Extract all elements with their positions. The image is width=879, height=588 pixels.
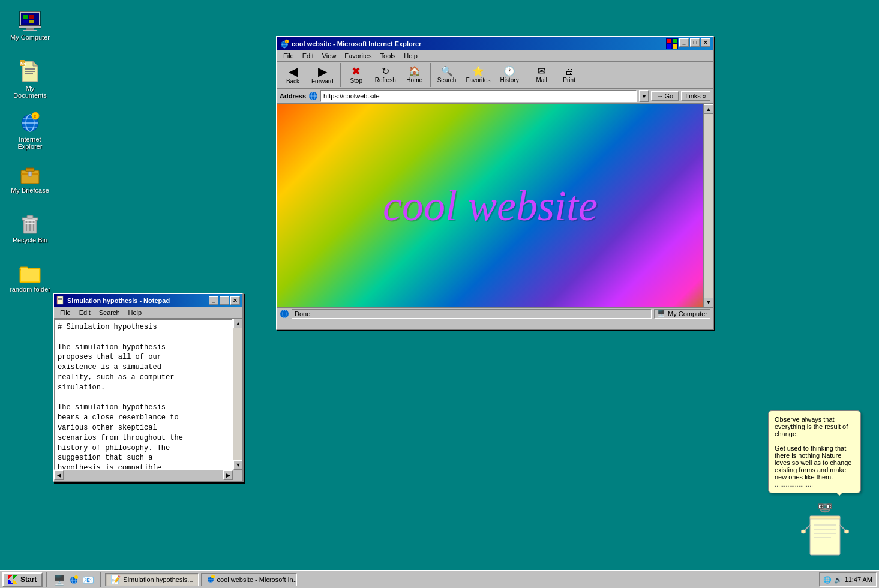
ie-menu-help[interactable]: Help — [400, 52, 421, 60]
ie-minimize-button[interactable]: _ — [679, 38, 689, 47]
desktop-icon-my-briefcase[interactable]: My Briefcase — [6, 159, 54, 196]
svg-rect-14 — [25, 73, 33, 74]
ie-back-button[interactable]: ◀ Back — [280, 64, 306, 86]
notepad-hscrollbar-row: ◀ ▶ — [54, 470, 242, 479]
clippy-text: Observe always that everything is the re… — [775, 416, 851, 481]
ie-go-button[interactable]: → Go — [651, 91, 679, 101]
svg-point-77 — [801, 530, 806, 533]
notepad-menu-edit[interactable]: Edit — [76, 308, 94, 317]
ie-links-button[interactable]: Links » — [681, 91, 710, 101]
ie-title-text: cool website - Microsoft Internet Explor… — [292, 40, 421, 47]
ie-titlebar[interactable]: e cool website - Microsoft Internet Expl… — [277, 37, 713, 50]
systray-network-icon: 🌐 — [823, 576, 832, 584]
ie-address-label: Address — [280, 92, 306, 100]
svg-rect-6 — [23, 15, 28, 19]
svg-rect-26 — [27, 168, 33, 169]
ie-print-button[interactable]: 🖨 Print — [556, 65, 583, 85]
task-ie-icon — [206, 575, 215, 585]
notepad-menubar: File Edit Search Help — [54, 307, 242, 319]
taskbar-ql-outlook[interactable]: 📧 — [82, 574, 94, 586]
svg-rect-60 — [57, 296, 58, 304]
systray-time: 11:47 AM — [845, 576, 872, 583]
ie-logo — [666, 38, 678, 49]
svg-point-53 — [280, 310, 289, 318]
svg-marker-11 — [33, 61, 38, 66]
ie-content-text: cool website — [383, 181, 598, 231]
ie-home-button[interactable]: 🏠 Home — [401, 65, 428, 85]
ie-menu-favorites[interactable]: Favorites — [341, 52, 375, 60]
clippy-figure — [801, 498, 861, 558]
ie-toolbar: ◀ Back ▶ Forward ✖ Stop ↻ Refresh 🏠 Home… — [277, 62, 713, 89]
ie-search-button[interactable]: 🔍 Search — [433, 65, 461, 85]
clippy-speech-bubble: Observe always that everything is the re… — [768, 410, 861, 493]
notepad-text-area[interactable]: # Simulation hypothesis The simulation h… — [54, 319, 233, 470]
svg-rect-7 — [29, 15, 34, 19]
ie-menu-view[interactable]: View — [319, 52, 340, 60]
clippy-image — [801, 498, 849, 558]
ie-scroll-track[interactable] — [704, 114, 713, 298]
ie-address-dropdown[interactable]: ▼ — [639, 90, 649, 102]
svg-rect-36 — [25, 223, 35, 224]
notepad-vscrollbar: ▲ ▼ — [233, 319, 242, 470]
svg-point-72 — [829, 505, 831, 508]
notepad-maximize-button[interactable]: □ — [220, 296, 229, 305]
ie-stop-button[interactable]: ✖ Stop — [343, 64, 370, 86]
desktop-icon-recycle-bin[interactable]: Recycle Bin — [6, 209, 54, 246]
svg-rect-58 — [58, 301, 62, 301]
ie-status-text-area: Done — [292, 309, 652, 319]
ie-history-button[interactable]: 🕐 History — [496, 65, 523, 85]
start-button[interactable]: Start — [2, 572, 43, 587]
notepad-menu-file[interactable]: File — [56, 308, 74, 317]
notepad-minimize-button[interactable]: _ — [209, 296, 218, 305]
desktop-icon-my-computer[interactable]: My Computer — [6, 6, 54, 43]
svg-text:e: e — [34, 113, 37, 119]
notepad-titlebar[interactable]: Simulation hypothesis - Notepad _ □ ✕ — [54, 294, 242, 307]
ie-webpage-content: cool website — [277, 104, 703, 307]
windows-logo-icon — [8, 575, 18, 584]
ie-forward-button[interactable]: ▶ Forward — [307, 64, 338, 86]
svg-point-83 — [74, 575, 78, 579]
notepad-menu-help[interactable]: Help — [125, 308, 146, 317]
svg-rect-48 — [667, 44, 671, 49]
ie-scroll-up[interactable]: ▲ — [704, 104, 713, 114]
ie-address-input[interactable] — [320, 90, 637, 102]
svg-rect-49 — [673, 44, 677, 49]
svg-text:My: My — [20, 62, 26, 67]
svg-rect-46 — [667, 39, 671, 43]
taskbar-task-ie[interactable]: cool website - Microsoft In... — [201, 573, 297, 586]
notepad-hscroll-left[interactable]: ◀ — [54, 470, 64, 480]
ie-status-computer: 🖥️ My Computer — [654, 309, 710, 319]
desktop-icon-my-documents[interactable]: My My Documents — [6, 57, 54, 101]
ie-menu-tools[interactable]: Tools — [377, 52, 400, 60]
ie-favorites-button[interactable]: ⭐ Favorites — [461, 65, 494, 85]
ie-scroll-down[interactable]: ▼ — [704, 298, 713, 307]
notepad-close-button[interactable]: ✕ — [230, 296, 240, 305]
notepad-window: Simulation hypothesis - Notepad _ □ ✕ Fi… — [53, 293, 244, 482]
notepad-title-text: Simulation hypothesis - Notepad — [67, 297, 170, 304]
svg-rect-61 — [810, 516, 840, 555]
svg-point-79 — [844, 530, 849, 533]
task-ie-label: cool website - Microsoft In... — [217, 576, 297, 583]
ie-menu-edit[interactable]: Edit — [299, 52, 317, 60]
ie-menubar: File Edit View Favorites Tools Help — [277, 50, 713, 62]
ie-refresh-button[interactable]: ↻ Refresh — [371, 65, 400, 85]
taskbar-ql-desktop[interactable]: 🖥️ — [53, 574, 65, 586]
ie-computer-icon: 🖥️ — [657, 310, 665, 317]
ie-close-button[interactable]: ✕ — [701, 38, 710, 47]
desktop-icon-random-folder[interactable]: random folder — [6, 258, 54, 295]
taskbar-task-notepad[interactable]: 📝 Simulation hypothesis... — [105, 573, 198, 586]
notepad-scroll-down[interactable]: ▼ — [233, 460, 242, 470]
taskbar-ql-ie[interactable] — [68, 574, 80, 586]
clippy-dots: ..................... — [775, 481, 813, 488]
svg-rect-40 — [21, 268, 28, 271]
notepad-menu-search[interactable]: Search — [95, 308, 124, 317]
svg-rect-59 — [58, 302, 61, 302]
taskbar-quicklaunch: 🖥️ 📧 — [51, 574, 97, 586]
ie-maximize-button[interactable]: □ — [690, 38, 700, 47]
ie-menu-file[interactable]: File — [280, 52, 298, 60]
desktop-icon-internet-explorer[interactable]: e InternetExplorer — [6, 108, 54, 152]
notepad-hscroll-right[interactable]: ▶ — [223, 470, 233, 480]
ie-mail-button[interactable]: ✉ Mail — [529, 65, 555, 85]
notepad-scroll-up[interactable]: ▲ — [233, 319, 242, 328]
task-notepad-icon: 📝 — [110, 575, 121, 584]
